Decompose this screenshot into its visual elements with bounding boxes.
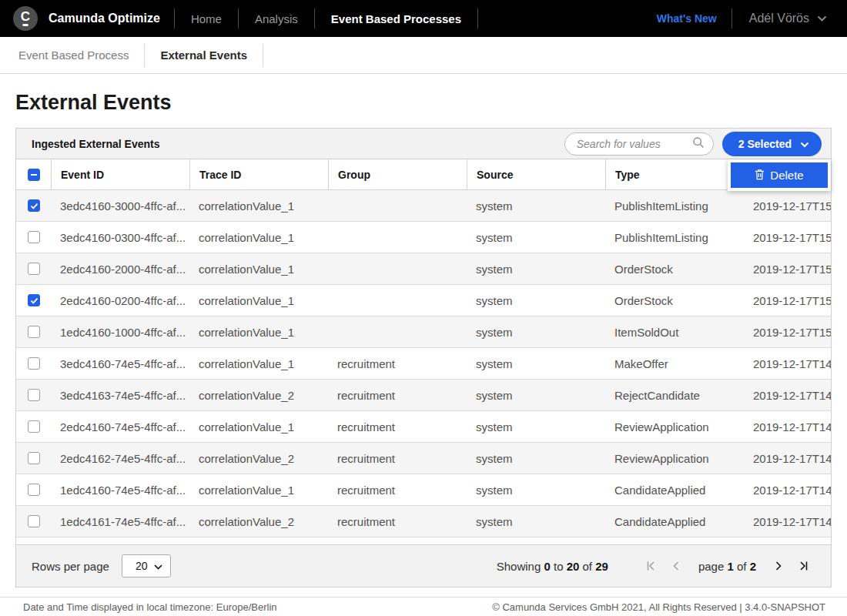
cell-type: MakeOffer <box>606 357 745 370</box>
chevron-down-icon <box>800 138 809 150</box>
whats-new-link[interactable]: What's New <box>642 12 732 25</box>
column-header-trace-id[interactable]: Trace ID <box>190 159 329 189</box>
row-checkbox[interactable] <box>28 357 40 370</box>
cell-timestamp: 2019-12-17T15 <box>745 231 831 244</box>
next-page-button[interactable] <box>768 556 788 576</box>
row-checkbox-cell <box>16 389 52 401</box>
row-checkbox-cell <box>16 357 52 370</box>
cell-timestamp: 2019-12-17T15 <box>745 199 831 213</box>
breadcrumb-item-event-based-process[interactable]: Event Based Process <box>3 49 144 62</box>
cell-source: system <box>467 326 606 339</box>
cell-timestamp: 2019-12-17T14 <box>745 452 831 465</box>
cell-trace-id: correlationValue_1 <box>190 199 329 213</box>
cell-source: system <box>467 357 606 370</box>
panel-title: Ingested External Events <box>32 138 160 150</box>
row-checkbox[interactable] <box>28 263 40 275</box>
cell-group: recruitment <box>329 484 467 497</box>
last-page-button[interactable] <box>794 556 814 576</box>
search-box <box>564 132 714 156</box>
rows-per-page-select[interactable]: 20 <box>122 554 171 578</box>
row-checkbox[interactable] <box>28 420 40 433</box>
column-header-event-id[interactable]: Event ID <box>52 159 190 189</box>
table-row: 1edc4161-74e5-4ffc-af... correlationValu… <box>16 506 831 537</box>
table-row: 2edc4162-74e5-4ffc-af... correlationValu… <box>16 443 831 474</box>
cell-source: system <box>467 199 606 213</box>
cell-type: CandidateApplied <box>606 484 745 497</box>
nav-item-analysis[interactable]: Analysis <box>239 0 314 37</box>
cell-trace-id: correlationValue_1 <box>190 484 329 497</box>
row-checkbox[interactable] <box>28 484 40 496</box>
select-all-cell <box>16 159 52 189</box>
cell-timestamp: 2019-12-17T14 <box>745 389 831 402</box>
cell-trace-id: correlationValue_2 <box>190 515 329 528</box>
delete-menu-item[interactable]: Delete <box>731 162 828 188</box>
selected-dropdown-menu: Delete <box>728 159 831 191</box>
cell-source: system <box>467 294 606 307</box>
row-checkbox[interactable] <box>28 231 40 243</box>
cell-timestamp: 2019-12-17T14 <box>745 357 831 370</box>
cell-source: system <box>467 420 606 434</box>
cell-trace-id: correlationValue_1 <box>190 263 329 276</box>
column-header-type[interactable]: Type <box>606 159 745 189</box>
cell-event-id: 1edc4160-1000-4ffc-af... <box>52 326 190 339</box>
nav-item-event-based-processes[interactable]: Event Based Processes <box>315 0 477 37</box>
row-checkbox-cell <box>16 452 52 464</box>
panel-header: Ingested External Events 2 Selected Dele… <box>16 129 831 159</box>
cell-source: system <box>467 515 606 528</box>
top-navbar: C Camunda Optimize Home Analysis Event B… <box>0 0 847 37</box>
page-footer: Date and Time displayed in local timezon… <box>0 597 847 616</box>
selected-dropdown-button[interactable]: 2 Selected <box>722 132 822 156</box>
nav-item-home[interactable]: Home <box>175 0 238 37</box>
cell-event-id: 2edc4160-74e5-4ffc-af... <box>52 420 190 434</box>
showing-summary: Showing 0 to 20 of 29 <box>497 560 608 573</box>
cell-type: OrderStock <box>606 294 745 307</box>
breadcrumb-divider <box>263 44 263 67</box>
cell-group: recruitment <box>329 515 467 528</box>
row-checkbox-cell <box>16 326 52 338</box>
cell-event-id: 3edc4160-0300-4ffc-af... <box>52 231 190 244</box>
table-row-clipped <box>16 537 831 545</box>
table-row: 3edc4163-74e5-4ffc-af... correlationValu… <box>16 380 831 411</box>
rows-per-page-label: Rows per page <box>32 560 109 573</box>
cell-group: recruitment <box>329 420 467 434</box>
table-row: 1edc4160-1000-4ffc-af... correlationValu… <box>16 316 831 348</box>
cell-source: system <box>467 231 606 244</box>
row-checkbox[interactable] <box>28 452 40 464</box>
previous-page-button[interactable] <box>666 556 686 576</box>
row-checkbox[interactable] <box>28 389 40 401</box>
select-all-checkbox[interactable] <box>28 169 40 181</box>
first-page-button[interactable] <box>641 556 661 576</box>
trash-icon <box>755 169 765 182</box>
row-checkbox[interactable] <box>28 294 40 306</box>
cell-type: PublishItemListing <box>606 199 745 213</box>
brand-title: Camunda Optimize <box>49 12 160 25</box>
ingested-events-panel: Ingested External Events 2 Selected Dele… <box>15 128 832 588</box>
cell-trace-id: correlationValue_1 <box>190 294 329 307</box>
cell-trace-id: correlationValue_2 <box>190 389 329 402</box>
user-menu[interactable]: Adél Vörös <box>732 12 847 25</box>
cell-event-id: 1edc4161-74e5-4ffc-af... <box>52 515 190 528</box>
row-checkbox[interactable] <box>28 199 40 212</box>
page-indicator: page 1 of 2 <box>698 560 756 573</box>
cell-source: system <box>467 389 606 402</box>
cell-type: CandidateApplied <box>606 515 745 528</box>
page-title: External Events <box>15 91 832 115</box>
cell-trace-id: correlationValue_1 <box>190 231 329 244</box>
cell-type: PublishItemListing <box>606 231 745 244</box>
cell-type: ItemSoldOut <box>606 326 745 339</box>
search-input[interactable] <box>577 138 692 150</box>
navbar-right: What's New Adél Vörös <box>642 0 847 37</box>
table-row: 3edc4160-74e5-4ffc-af... correlationValu… <box>16 348 831 380</box>
column-header-group[interactable]: Group <box>329 159 467 189</box>
cell-event-id: 3edc4163-74e5-4ffc-af... <box>52 389 190 402</box>
breadcrumb-item-external-events[interactable]: External Events <box>145 49 263 62</box>
row-checkbox[interactable] <box>28 326 40 338</box>
cell-source: system <box>467 263 606 276</box>
copyright-text: © Camunda Services GmbH 2021, All Rights… <box>492 601 825 613</box>
column-header-source[interactable]: Source <box>467 159 606 189</box>
row-checkbox-cell <box>16 515 52 527</box>
row-checkbox[interactable] <box>28 515 40 527</box>
user-name: Adél Vörös <box>749 12 809 25</box>
cell-event-id: 2edc4160-0200-4ffc-af... <box>52 294 190 307</box>
table-row: 3edc4160-0300-4ffc-af... correlationValu… <box>16 222 831 253</box>
